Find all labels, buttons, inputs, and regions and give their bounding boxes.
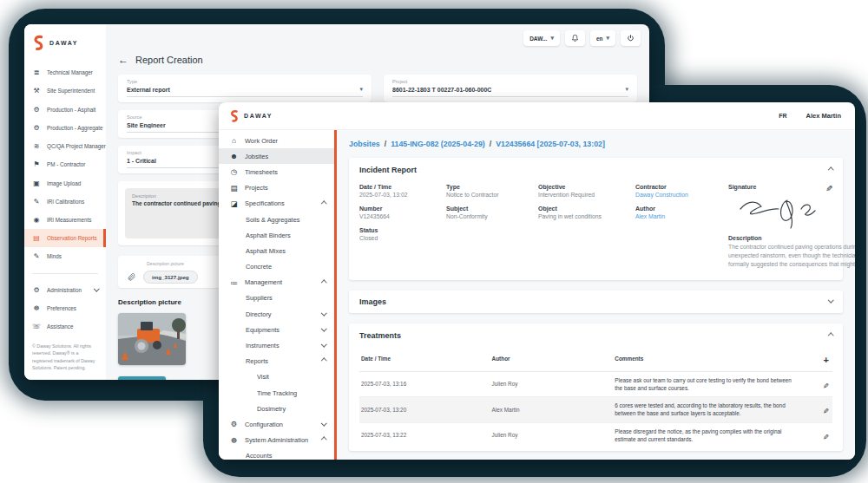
field-label: Date / Time [359,184,446,190]
sidebar-item-accounts[interactable]: Accounts [219,448,334,460]
sidebar-item-technical-manager[interactable]: ≣Technical Manager [24,63,106,82]
sidebar-item-label: Site Superintendent [47,88,95,94]
sidebar-item-instruments[interactable]: Instruments [219,337,334,353]
sidebar-item-label: QC/QA Project Manager [47,143,106,149]
contractor-link[interactable]: Daway Construction [635,192,728,198]
page-title: Report Creation [135,55,203,65]
sidebar-item-minds[interactable]: ✎Minds [24,247,106,265]
sidebar-item-concrete[interactable]: Concrete [219,259,334,275]
edit-icon[interactable]: ✎ [823,407,829,415]
pen-icon: ✎ [32,198,41,206]
field-label: Object [538,206,635,212]
edit-icon[interactable]: ✎ [823,433,829,441]
sidebar-item-dosimetry[interactable]: Dosimetry [219,401,334,416]
author-link[interactable]: Alex Martin [635,213,728,219]
project-select[interactable]: Project 8601-22-1803 T 00227-01-060-000C… [384,75,637,102]
chevron-down-icon [321,342,326,347]
back-arrow-icon[interactable]: ← [118,54,128,66]
sidebar-item-soils-aggregates[interactable]: Soils & Aggregates [219,212,334,227]
sidebar-item-preferences[interactable]: ☸Preferences [24,299,106,317]
breadcrumb-jobsites[interactable]: Jobsites [349,140,380,148]
layers-icon: ≋ [32,142,41,150]
sidebar-item-iri-measurements[interactable]: ◉IRI Measurements [24,211,106,229]
sidebar-item-label: Instruments [246,342,279,349]
logout-button[interactable] [621,30,641,46]
wrench-icon: ⚙ [32,286,41,294]
clipboard-icon: ▤ [32,234,41,242]
add-treatment-button[interactable]: + [824,355,829,365]
sidebar-item-label: Equipments [246,326,279,334]
sidebar-item-projects[interactable]: ▤Projects [219,180,334,196]
table-row: 2025-07-03, 13:16 Julien Roy Please ask … [359,372,832,398]
sidebar-item-suppliers[interactable]: Suppliers [219,290,334,306]
field-label: Status [359,227,446,233]
daway-logo-text: DAWAY [49,40,78,46]
sidebar-item-label: Technical Manager [47,69,93,75]
field-label: Number [359,206,446,212]
sidebar-item-assistance[interactable]: ☏Assistance [24,317,106,336]
breadcrumb: Jobsites / 1145-ING-082 (2025-04-29) / V… [349,140,843,148]
sidebar-item-configuration[interactable]: ⚙Configuration [219,416,334,432]
sidebar-item-system-administration[interactable]: ☸System Administration [219,433,334,448]
paving-photo [118,313,186,365]
description-label: Description [728,235,855,241]
flag-icon: ⚑ [32,160,41,168]
sidebar-item-iri-calibrations[interactable]: ✎IRI Calibrations [24,193,106,211]
chevron-up-icon [321,201,326,206]
sidebar-item-directory[interactable]: Directory [219,306,334,322]
sidebar-item-time-tracking[interactable]: Time Tracking [219,385,334,401]
sidebar-item-image-upload[interactable]: ▣Image Upload [24,173,106,192]
incident-type-value: Notice to Contractor [446,192,538,198]
incident-report-card: Incident Report ✎ Date / Time2025-07-03,… [349,158,843,280]
edit-icon[interactable]: ✎ [823,382,829,390]
sidebar-item-administration[interactable]: ⚙Administration [24,281,106,299]
account-dropdown[interactable]: DAW...▾ [523,30,560,46]
page-title-row: ← Report Creation [118,54,637,66]
treatment-author: Alex Martin [492,407,615,413]
treatment-datetime: 2025-07-03, 13:20 [359,407,492,413]
signature-label: Signature [728,184,855,190]
sidebar-item-observation-reports[interactable]: ▤Observation Reports [24,229,106,247]
field-label: Project [392,79,628,84]
sidebar-item-pm-contractor[interactable]: ⚑PM - Contractor [24,155,106,173]
user-menu[interactable]: Alex Martin [806,112,841,120]
notifications-button[interactable] [565,30,585,46]
type-select[interactable]: Type External report▾ [118,75,372,102]
sidebar-item-reports[interactable]: Reports [219,354,334,369]
sidebar-item-visit[interactable]: Visit [219,369,334,385]
document-icon: ▤ [229,184,239,193]
back-sidebar: DAWAY ≣Technical Manager ⚒Site Superinte… [24,24,106,380]
language-dropdown[interactable]: en▾ [590,30,615,46]
sidebar-item-work-order[interactable]: ⌂Work Order [219,133,334,148]
field-label: Objective [538,184,635,190]
daway-logo[interactable]: DAWAY [229,109,273,123]
sidebar-item-label: Soils & Aggregates [246,216,299,224]
attachment-chip[interactable]: img_3127.jpeg [143,271,198,284]
sidebar-item-label: System Administration [245,436,308,444]
sidebar-item-site-superintendent[interactable]: ⚒Site Superintendent [24,82,106,100]
chevron-down-icon: ▾ [625,86,628,93]
sidebar-item-equipments[interactable]: Equipments [219,322,334,337]
sidebar-item-specifications[interactable]: ◪Specifications [219,196,334,212]
sidebar-item-qcqa-project-manager[interactable]: ≋QC/QA Project Manager [24,137,106,155]
sidebar-item-management[interactable]: ≔Management [219,275,334,290]
sidebar-item-production-asphalt[interactable]: ⚙Production - Asphalt [24,100,106,118]
incident-object-value: Paving in wet conditions [538,213,635,219]
description-picture-thumbnail[interactable] [118,313,186,365]
daway-logo[interactable]: DAWAY [24,24,106,63]
treatment-author: Julien Roy [492,432,615,438]
language-toggle[interactable]: FR [779,113,786,119]
images-section[interactable]: Images [349,290,843,313]
sidebar-item-timesheets[interactable]: ◷Timesheets [219,164,334,179]
breadcrumb-jobsite-id[interactable]: 1145-ING-082 (2025-04-29) [391,140,485,148]
sidebar-item-production-aggregate[interactable]: ⚙Production - Aggregate [24,119,106,137]
incident-subject-value: Non-Conformity [446,213,538,219]
sidebar-item-asphalt-binders[interactable]: Asphalt Binders [219,227,334,243]
chevron-down-icon [321,421,326,426]
breadcrumb-incident-id[interactable]: V12435664 [2025-07-03, 13:02] [496,140,605,148]
column-header-datetime: Date / Time [359,356,492,362]
chevron-down-icon [94,286,99,291]
sidebar-item-asphalt-mixes[interactable]: Asphalt Mixes [219,243,334,258]
sidebar-item-jobsites[interactable]: ☻Jobsites [219,148,334,164]
confirm-button[interactable]: CONFIRM [118,376,166,380]
